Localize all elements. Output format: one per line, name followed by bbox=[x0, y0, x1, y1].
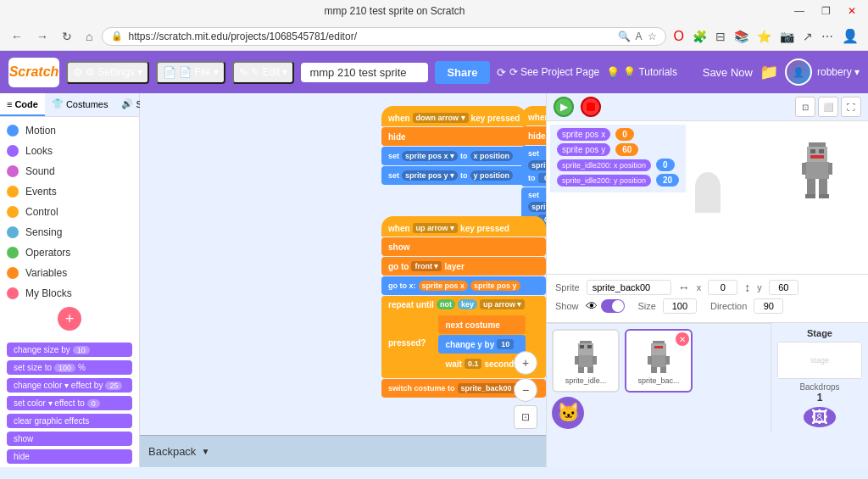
direction-input[interactable] bbox=[754, 298, 783, 314]
toggle-button[interactable] bbox=[601, 299, 625, 313]
forward-button[interactable]: → bbox=[32, 27, 53, 46]
user-profile-icon[interactable]: 👤 bbox=[839, 25, 861, 47]
see-project-button[interactable]: ⟳ ⟳ See Project Page bbox=[497, 66, 600, 79]
window-minimize[interactable]: — bbox=[789, 3, 810, 19]
stage-large-view[interactable]: ⬜ bbox=[818, 97, 838, 117]
block-set-sprite-pos-y-1[interactable]: set sprite pos y ▾ to y position bbox=[381, 166, 526, 185]
palette-block-change-color[interactable]: change color ▾ effect by 25 bbox=[7, 378, 132, 393]
green-flag-button[interactable]: ▶ bbox=[554, 97, 574, 117]
extensions-icon[interactable]: 🧩 bbox=[690, 27, 709, 46]
var-value-idle-y: 20 bbox=[656, 174, 679, 187]
category-myblocks[interactable]: My Blocks bbox=[0, 283, 139, 304]
stage-normal-view[interactable]: ⊡ bbox=[795, 97, 815, 117]
stop-button[interactable] bbox=[581, 97, 601, 117]
sprite-y-input[interactable] bbox=[769, 280, 798, 295]
category-events[interactable]: Events bbox=[0, 181, 139, 202]
sprite-name-input[interactable] bbox=[587, 280, 671, 295]
sprite-thumb-idle[interactable]: sprite_idle... bbox=[552, 329, 620, 393]
url-bar[interactable]: 🔒 https://scratch.mit.edu/projects/10685… bbox=[102, 27, 665, 46]
category-motion[interactable]: Motion bbox=[0, 120, 139, 141]
palette-block-set-size[interactable]: set size to 100 % bbox=[7, 360, 132, 375]
folder-button[interactable]: 📁 bbox=[760, 63, 778, 81]
block-show[interactable]: show bbox=[381, 237, 546, 256]
save-now-button[interactable]: Save Now bbox=[703, 66, 753, 79]
block-next-costume[interactable]: next costume bbox=[438, 315, 526, 334]
block-hide-1[interactable]: hide bbox=[381, 127, 526, 146]
sprite-thumb-back[interactable]: ✕ bbox=[625, 329, 693, 393]
block-set-sprite-pos-x-1[interactable]: set sprite pos x ▾ to x position bbox=[381, 147, 526, 165]
var-value-sprite-pos-x: 0 bbox=[615, 128, 634, 141]
palette-block-hide[interactable]: hide bbox=[7, 449, 132, 464]
settings-menu[interactable]: ⚙ ⚙ Settings ▾ bbox=[66, 61, 149, 84]
myblocks-label: My Blocks bbox=[25, 287, 72, 299]
share-button[interactable]: Share bbox=[435, 61, 489, 84]
more-icon[interactable]: ⋯ bbox=[819, 27, 836, 46]
palette-block-set-effect[interactable]: set color ▾ effect to 0 bbox=[7, 396, 132, 410]
backpack-bar[interactable]: Backpack ▼ bbox=[140, 435, 546, 467]
wallet-icon[interactable]: ⊟ bbox=[713, 27, 728, 46]
refresh-button[interactable]: ↻ bbox=[58, 27, 76, 46]
tutorials-button[interactable]: 💡 💡 Tutorials bbox=[606, 66, 677, 79]
block-change-y[interactable]: change y by 10 bbox=[438, 335, 526, 354]
bookmark-icon[interactable]: ⭐ bbox=[754, 27, 774, 46]
eye-icon[interactable]: 👁 bbox=[586, 299, 598, 313]
sound-category-label: Sound bbox=[25, 165, 55, 177]
category-sound[interactable]: Sound bbox=[0, 161, 139, 181]
star-icon[interactable]: ☆ bbox=[648, 31, 657, 42]
category-operators[interactable]: Operators bbox=[0, 242, 139, 263]
sprite-delete-button[interactable]: ✕ bbox=[676, 332, 689, 346]
window-maximize[interactable]: ❐ bbox=[816, 3, 836, 19]
edit-menu[interactable]: ✎ ✎ Edit ▾ bbox=[232, 61, 294, 84]
hat-block-down-arrow[interactable]: when down arrow ▾ key pressed bbox=[381, 106, 526, 126]
category-sensing[interactable]: Sensing bbox=[0, 222, 139, 242]
zoom-out-button[interactable]: − bbox=[514, 378, 537, 402]
category-looks[interactable]: Looks bbox=[0, 141, 139, 161]
tab-code[interactable]: ≡ Code bbox=[0, 93, 45, 116]
palette-block-show[interactable]: show bbox=[7, 432, 132, 446]
search-icon[interactable]: 🔍 bbox=[618, 31, 631, 42]
category-control[interactable]: Control bbox=[0, 202, 139, 222]
scratch-logo[interactable]: Scratch bbox=[8, 58, 59, 87]
zoom-in-button[interactable]: + bbox=[514, 351, 537, 375]
sidebar-icon[interactable]: 📚 bbox=[732, 27, 751, 46]
svg-rect-18 bbox=[578, 355, 593, 367]
block-goto-front[interactable]: go to front ▾ layer bbox=[381, 257, 546, 276]
stage-section: Stage stage Backdrops 1 🖼 bbox=[771, 323, 868, 432]
palette-block-change-size[interactable]: change size by 10 bbox=[7, 343, 132, 357]
add-sprite-button[interactable]: 🐱 bbox=[552, 397, 584, 429]
show-toggle[interactable]: 👁 bbox=[586, 299, 625, 313]
add-block-button[interactable]: + bbox=[58, 307, 81, 331]
block-goto-xy[interactable]: go to x: sprite pos x sprite pos y bbox=[381, 276, 546, 295]
home-button[interactable]: ⌂ bbox=[81, 27, 97, 46]
block-hide-2[interactable]: hide bbox=[521, 126, 546, 145]
sound-dot bbox=[7, 165, 19, 177]
project-name-input[interactable] bbox=[301, 63, 428, 82]
window-close[interactable]: ✕ bbox=[843, 3, 861, 19]
svg-rect-16 bbox=[580, 345, 584, 348]
svg-rect-4 bbox=[810, 155, 824, 159]
block-wait[interactable]: wait 0.1 seconds bbox=[438, 354, 526, 373]
events-label: Events bbox=[25, 186, 57, 198]
username: robbery ▾ bbox=[817, 66, 860, 78]
block-set-sprite-pos-x-2[interactable]: set sprite pos x ▾ to 0 bbox=[521, 146, 546, 187]
hat-block-up-arrow[interactable]: when up arrow ▾ key pressed bbox=[381, 216, 546, 237]
tab-costumes[interactable]: 👕 Costumes bbox=[45, 93, 115, 116]
size-input[interactable] bbox=[663, 298, 697, 314]
share-browser-icon[interactable]: ↗ bbox=[800, 27, 815, 46]
stage-fullscreen[interactable]: ⛶ bbox=[841, 97, 861, 117]
variables-dot bbox=[7, 267, 19, 279]
back-button[interactable]: ← bbox=[7, 27, 27, 46]
opera-icon[interactable]: O bbox=[671, 26, 687, 47]
palette-block-clear-effects[interactable]: clear graphic effects bbox=[7, 414, 132, 428]
category-variables[interactable]: Variables bbox=[0, 263, 139, 283]
fit-button[interactable]: ⊡ bbox=[514, 405, 537, 429]
user-area[interactable]: 👤 robbery ▾ bbox=[785, 58, 860, 86]
svg-rect-11 bbox=[819, 194, 829, 198]
file-menu[interactable]: 📄 📄 File ▾ bbox=[156, 61, 225, 84]
svg-rect-25 bbox=[654, 346, 663, 348]
add-backdrop-button[interactable]: 🖼 bbox=[804, 407, 836, 427]
font-icon[interactable]: A bbox=[636, 31, 643, 42]
hat-block-flag[interactable]: when 🚩 clicked bbox=[521, 106, 546, 125]
screenshot-icon[interactable]: 📷 bbox=[777, 27, 797, 46]
sprite-x-input[interactable] bbox=[708, 280, 737, 295]
